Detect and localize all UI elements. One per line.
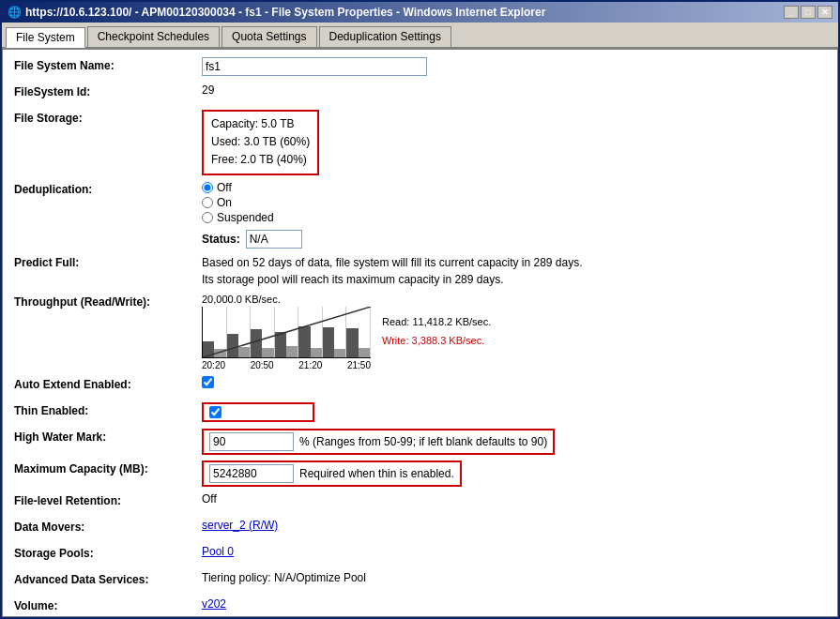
dedup-suspended-item: Suspended — [202, 211, 826, 224]
bar-read-5 — [298, 326, 310, 356]
thin-box — [202, 402, 314, 422]
dedup-on-radio[interactable] — [202, 197, 213, 208]
auto-extend-label: Auto Extend Enabled: — [14, 376, 202, 391]
datamovers-row: Data Movers: server_2 (R/W) — [14, 519, 826, 539]
main-window: 🌐 https://10.6.123.100/ - APM00120300034… — [0, 0, 840, 619]
datamovers-link[interactable]: server_2 (R/W) — [202, 519, 278, 532]
content-area: File System Name: FileSystem Id: 29 File… — [2, 49, 838, 617]
status-label: Status: — [202, 233, 240, 246]
bar-write-1 — [214, 349, 225, 356]
volume-value: v202 — [202, 597, 826, 611]
maximize-button[interactable]: □ — [801, 6, 816, 19]
thin-enabled-checkbox[interactable] — [209, 406, 221, 418]
dedup-value: Off On Suspended Status: — [202, 181, 826, 249]
filesystem-id-label: FileSystem Id: — [14, 83, 202, 98]
tab-checkpoint[interactable]: Checkpoint Schedules — [87, 26, 220, 47]
tab-quota[interactable]: Quota Settings — [221, 26, 316, 47]
maxcap-box: Required when thin is enabled. — [202, 460, 462, 487]
hwm-row: High Water Mark: % (Ranges from 50-99; i… — [14, 429, 826, 455]
dedup-radio-group: Off On Suspended Status: — [202, 181, 826, 249]
storage-box: Capacity: 5.0 TB Used: 3.0 TB (60%) Free… — [202, 110, 319, 175]
dedup-row: Deduplication: Off On Suspended — [14, 181, 826, 249]
read-label: Read: — [382, 316, 409, 327]
volume-label: Volume: — [14, 597, 202, 612]
file-storage-row: File Storage: Capacity: 5.0 TB Used: 3.0… — [14, 110, 826, 175]
close-button[interactable]: ✕ — [817, 6, 832, 19]
dedup-status-row: Status: — [202, 230, 826, 249]
auto-extend-value — [202, 376, 826, 388]
read-value: 11,418.2 KB/sec. — [412, 316, 491, 327]
retention-value: Off — [202, 492, 826, 506]
hwm-hint: % (Ranges from 50-99; if left blank defa… — [299, 435, 547, 448]
maxcap-value: Required when thin is enabled. — [202, 460, 826, 487]
hwm-value: % (Ranges from 50-99; if left blank defa… — [202, 429, 826, 455]
minimize-button[interactable]: _ — [784, 6, 799, 19]
dedup-label: Deduplication: — [14, 181, 202, 196]
dedup-suspended-label: Suspended — [217, 211, 274, 224]
bar-group-2 — [227, 307, 252, 357]
bar-group-5 — [298, 307, 323, 357]
x-label-2: 20:50 — [251, 360, 274, 370]
status-input[interactable] — [246, 230, 302, 249]
storagepools-link[interactable]: Pool 0 — [202, 545, 234, 558]
bar-write-3 — [262, 348, 273, 357]
bar-group-1 — [203, 307, 227, 357]
advanced-value: Tiering policy: N/A/Optimize Pool — [202, 571, 826, 584]
predict-row: Predict Full: Based on 52 days of data, … — [14, 254, 826, 288]
write-legend: Write: 3,388.3 KB/sec. — [382, 332, 491, 351]
storage-free: Free: 2.0 TB (40%) — [211, 151, 310, 169]
bar-read-2 — [227, 334, 238, 356]
bar-read-3 — [251, 329, 262, 357]
advanced-row: Advanced Data Services: Tiering policy: … — [14, 571, 826, 592]
filesystem-name-row: File System Name: — [14, 57, 826, 78]
chart-bars — [202, 307, 371, 358]
predict-label: Predict Full: — [14, 254, 202, 269]
dedup-off-item: Off — [202, 181, 826, 194]
auto-extend-checkbox[interactable] — [202, 376, 214, 388]
bar-write-6 — [334, 349, 345, 357]
hwm-box: % (Ranges from 50-99; if left blank defa… — [202, 429, 555, 455]
title-bar-controls[interactable]: _ □ ✕ — [784, 6, 832, 19]
hwm-label: High Water Mark: — [14, 429, 202, 444]
dedup-on-item: On — [202, 196, 826, 209]
tab-filesystem[interactable]: File System — [6, 27, 85, 48]
bar-write-5 — [311, 348, 322, 356]
bar-group-3 — [251, 307, 275, 357]
chart-top-label: 20,000.0 KB/sec. — [202, 294, 281, 305]
maxcap-row: Maximum Capacity (MB): Required when thi… — [14, 460, 826, 487]
filesystem-name-label: File System Name: — [14, 57, 202, 72]
throughput-row: Throughput (Read/Write): 20,000.0 KB/sec… — [14, 294, 826, 370]
predict-value: Based on 52 days of data, file system wi… — [202, 254, 826, 288]
thin-enabled-row: Thin Enabled: — [14, 402, 826, 423]
volume-link[interactable]: v202 — [202, 597, 226, 611]
storagepools-label: Storage Pools: — [14, 545, 202, 560]
hwm-input[interactable] — [209, 432, 294, 451]
thin-enabled-value — [202, 402, 826, 422]
storagepools-row: Storage Pools: Pool 0 — [14, 545, 826, 566]
chart-area: 20,000.0 KB/sec. — [202, 294, 826, 370]
tabs-bar: File System Checkpoint Schedules Quota S… — [2, 23, 838, 49]
predict-text1: Based on 52 days of data, file system wi… — [202, 254, 826, 271]
title-bar-left: 🌐 https://10.6.123.100/ - APM00120300034… — [8, 6, 545, 19]
bar-read-6 — [323, 327, 334, 356]
write-value: 3,388.3 KB/sec. — [412, 335, 485, 346]
chart-legend: Read: 11,418.2 KB/sec. Write: 3,388.3 KB… — [382, 313, 491, 351]
storage-used: Used: 3.0 TB (60%) — [211, 133, 310, 151]
datamovers-value: server_2 (R/W) — [202, 519, 826, 532]
read-legend: Read: 11,418.2 KB/sec. — [382, 313, 491, 332]
datamovers-label: Data Movers: — [14, 519, 202, 534]
thin-enabled-label: Thin Enabled: — [14, 402, 202, 417]
maxcap-input[interactable] — [209, 464, 294, 483]
dedup-off-label: Off — [217, 181, 232, 194]
dedup-suspended-radio[interactable] — [202, 212, 213, 223]
advanced-label: Advanced Data Services: — [14, 571, 202, 586]
throughput-value: 20,000.0 KB/sec. — [202, 294, 826, 370]
tab-deduplication[interactable]: Deduplication Settings — [319, 26, 451, 47]
predict-text2: Its storage pool will reach its maximum … — [202, 271, 826, 288]
bar-read-1 — [203, 341, 214, 356]
x-label-1: 20:20 — [202, 360, 225, 370]
filesystem-name-input[interactable] — [202, 57, 427, 76]
dedup-off-radio[interactable] — [202, 182, 213, 193]
bar-write-4 — [286, 346, 298, 357]
bar-read-4 — [275, 332, 286, 357]
